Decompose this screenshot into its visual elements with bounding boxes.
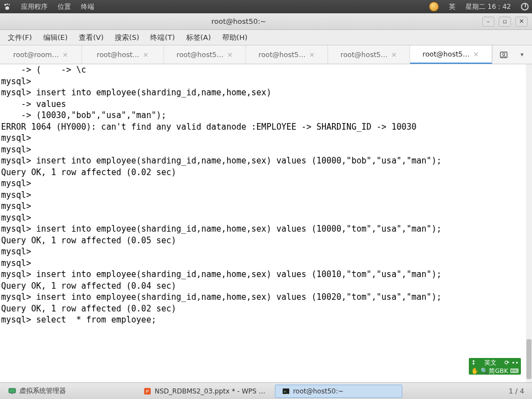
scrollbar-thumb[interactable] (526, 339, 531, 379)
status-app-icon[interactable] (429, 2, 439, 12)
clock[interactable]: 星期二 16 : 42 (466, 2, 511, 12)
terminal-tabbar: root@room… × root@host… × root@host5… × … (0, 45, 532, 64)
taskbar-label: NSD_RDBMS2_03.pptx * - WPS … (155, 387, 265, 395)
terminal-line: mysql> insert into employee(sharding_id,… (1, 291, 531, 303)
terminal-line: Query OK, 1 row affected (0.02 sec) (1, 303, 531, 315)
wps-presentation-icon: P (144, 387, 151, 395)
menu-edit[interactable]: 编辑(E) (38, 30, 73, 45)
menu-search[interactable]: 搜索(S) (109, 30, 145, 45)
terminal-output[interactable]: -> ( -> \cmysql>mysql> insert into emplo… (0, 64, 532, 382)
terminal-line: mysql> (1, 190, 531, 201)
terminal-line: -> ( -> \c (1, 64, 531, 76)
tab-close-icon[interactable]: × (309, 50, 315, 59)
menu-terminal[interactable]: 终端 (81, 2, 94, 12)
taskbar-label: root@host50:~ (293, 387, 344, 395)
scrollbar[interactable] (526, 64, 532, 382)
terminal-line: ERROR 1064 (HY000): can't find any valid… (1, 121, 531, 133)
terminal-tab-active[interactable]: root@host5… × (410, 45, 492, 64)
svg-rect-7 (11, 393, 13, 394)
power-icon[interactable] (521, 3, 529, 11)
tab-label: root@host5… (259, 50, 306, 59)
terminal-line: mysql> insert into employee(sharding_id,… (1, 269, 531, 280)
taskbar-item-wps[interactable]: P NSD_RDBMS2_03.pptx * - WPS … (136, 385, 273, 398)
window-close-button[interactable]: ✕ (515, 17, 528, 27)
terminal-line: -> (10030,"bob","usa","man"); (1, 110, 531, 121)
tab-label: root@host5… (177, 50, 224, 59)
tab-label: root@room… (13, 50, 59, 59)
ime-arrow-icon[interactable]: ↕ (471, 359, 476, 366)
terminal-line: mysql> (1, 246, 531, 258)
menu-file[interactable]: 文件(F) (2, 30, 38, 45)
terminal-line: mysql> select * from employee; (1, 314, 531, 326)
ime-charset-label: 简 (489, 367, 495, 375)
tab-close-icon[interactable]: × (473, 50, 479, 58)
terminal-tab[interactable]: root@host5… × (246, 45, 328, 64)
window-minimize-button[interactable]: – (482, 17, 494, 27)
input-language-indicator[interactable]: 英 (449, 2, 456, 12)
tab-close-icon[interactable]: × (391, 50, 397, 59)
terminal-line: mysql> insert into employee(sharding_id,… (1, 155, 531, 167)
terminal-tab[interactable]: root@room… × (0, 45, 82, 64)
tab-label: root@host5… (341, 50, 388, 59)
tab-dropdown-button[interactable]: ▾ (514, 45, 530, 64)
tab-close-icon[interactable]: × (143, 50, 149, 59)
menubar: 文件(F) 编辑(E) 查看(V) 搜索(S) 终端(T) 标签(A) 帮助(H… (0, 30, 532, 45)
terminal-line: Query OK, 1 row affected (0.04 sec) (1, 280, 531, 292)
terminal-tab[interactable]: root@host5… × (328, 45, 410, 64)
tab-label: root@host… (97, 50, 140, 59)
window-title: root@host50:~ (0, 17, 478, 25)
top-panel: 应用程序 位置 终端 英 星期二 16 : 42 (0, 0, 532, 13)
svg-point-0 (4, 4, 7, 6)
ime-mode-label: 英文 (484, 359, 497, 367)
terminal-line: -> values (1, 99, 531, 110)
menu-places[interactable]: 位置 (58, 2, 71, 12)
svg-point-1 (7, 3, 8, 5)
terminal-line: mysql> (1, 144, 531, 156)
bottom-panel: 虚拟系统管理器 P NSD_RDBMS2_03.pptx * - WPS … >… (0, 382, 532, 399)
ime-panel[interactable]: ↕ 英文 ⟳ •• ✋ 🔍 简 GBK ⌨ (469, 358, 521, 375)
svg-text:P: P (146, 389, 149, 394)
terminal-tab[interactable]: root@host… × (82, 45, 164, 64)
menu-view[interactable]: 查看(V) (73, 30, 109, 45)
svg-point-2 (8, 4, 9, 5)
menu-tabs[interactable]: 标签(A) (181, 30, 217, 45)
terminal-line: mysql> (1, 178, 531, 190)
terminal-line: mysql> (1, 76, 531, 88)
terminal-line: mysql> insert into employee(sharding_id,… (1, 87, 531, 99)
taskbar-item-virt-manager[interactable]: 虚拟系统管理器 (1, 385, 134, 398)
terminal-line: Query OK, 1 row affected (0.05 sec) (1, 235, 531, 247)
ime-encoding-label[interactable]: GBK ⌨ (495, 367, 519, 375)
window-titlebar: root@host50:~ – ▫ ✕ (0, 13, 532, 30)
terminal-tab[interactable]: root@host5… × (164, 45, 246, 64)
terminal-line: Query OK, 1 row affected (0.02 sec) (1, 167, 531, 178)
svg-rect-6 (9, 388, 16, 393)
virt-manager-icon (8, 387, 16, 395)
ime-cycle-icon[interactable]: ⟳ •• (504, 359, 519, 366)
ime-tools-icons[interactable]: ✋ 🔍 (471, 367, 489, 375)
tab-label: root@host5… (423, 50, 470, 58)
terminal-line: mysql> (1, 132, 531, 144)
menu-help[interactable]: 帮助(H) (217, 30, 253, 45)
terminal-line: mysql> insert into employee(sharding_id,… (1, 223, 531, 235)
svg-point-5 (503, 53, 505, 55)
workspace-indicator[interactable]: 1 / 4 (501, 387, 532, 395)
taskbar-label: 虚拟系统管理器 (19, 386, 66, 396)
gnome-foot-icon (3, 3, 11, 11)
svg-text:>_: >_ (284, 390, 289, 394)
tab-profile-button[interactable] (492, 45, 514, 64)
menu-applications[interactable]: 应用程序 (21, 2, 48, 12)
tab-close-icon[interactable]: × (62, 50, 68, 59)
menu-terminal[interactable]: 终端(T) (145, 30, 180, 45)
terminal-line: mysql> (1, 201, 531, 212)
tab-close-icon[interactable]: × (227, 50, 233, 59)
terminal-icon: >_ (282, 387, 290, 395)
svg-point-3 (6, 7, 9, 10)
window-maximize-button[interactable]: ▫ (499, 17, 511, 27)
terminal-line: mysql> (1, 258, 531, 269)
taskbar-item-terminal[interactable]: >_ root@host50:~ (275, 385, 402, 398)
terminal-line: mysql> (1, 212, 531, 224)
